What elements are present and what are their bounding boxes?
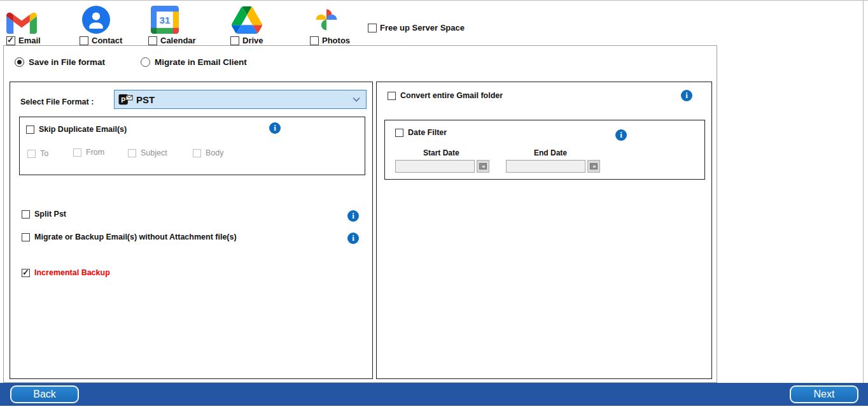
convert-entire-gmail-folder-checkbox[interactable] — [388, 92, 396, 100]
mode-save-in-file-format[interactable]: Save in File format — [15, 57, 105, 67]
incremental-backup-label: Incremental Backup — [34, 268, 110, 277]
duplicate-field-from-checkbox[interactable] — [73, 148, 81, 157]
start-date-calendar-button[interactable] — [477, 160, 489, 173]
nav-item-contact: Contact — [80, 3, 122, 45]
gmail-backup-wizard-window: Email Contact — [0, 0, 868, 409]
photos-checkbox[interactable] — [310, 36, 319, 45]
migrate-in-email-client-label: Migrate in Email Client — [155, 57, 247, 67]
footer-bar: Back Next — [0, 383, 868, 406]
options-frame: Save in File format Migrate in Email Cli… — [3, 45, 717, 383]
incremental-backup-checkbox[interactable] — [22, 269, 30, 277]
pst-file-icon: P — [118, 93, 133, 106]
contact-checkbox[interactable] — [80, 36, 88, 45]
free-up-server-space-label: Free up Server Space — [380, 23, 465, 32]
without-attachments-label: Migrate or Backup Email(s) without Attac… — [34, 233, 237, 241]
file-format-dropdown[interactable]: P PST — [114, 90, 367, 109]
calendar-picker-icon — [479, 163, 487, 169]
skip-duplicate-box: Skip Duplicate Email(s) To From Subject — [19, 117, 365, 175]
end-date-input[interactable] — [506, 160, 585, 173]
skip-duplicate-label: Skip Duplicate Email(s) — [39, 125, 127, 134]
start-date-label: Start Date — [423, 148, 459, 157]
google-photos-icon — [312, 6, 340, 34]
duplicate-field-to-checkbox[interactable] — [27, 150, 36, 158]
duplicate-field-to-row[interactable]: To — [27, 149, 48, 158]
drive-checkbox-label: Drive — [242, 36, 263, 45]
calendar-checkbox[interactable] — [148, 36, 157, 45]
without-attachments-checkbox[interactable] — [22, 233, 30, 241]
save-in-file-format-label: Save in File format — [29, 57, 105, 67]
contact-checkbox-row[interactable]: Contact — [80, 36, 122, 45]
google-drive-icon — [232, 6, 262, 34]
nav-item-calendar: 31 Calendar — [148, 3, 196, 45]
duplicate-field-subject-checkbox[interactable] — [128, 149, 136, 157]
gmail-folder-options-panel: Convert entire Gmail folder Date Filter … — [376, 82, 712, 379]
save-in-file-format-radio[interactable] — [15, 57, 24, 67]
pst-icon-letter: P — [121, 96, 125, 103]
duplicate-field-subject-label: Subject — [141, 148, 167, 157]
incremental-backup-row[interactable]: Incremental Backup — [22, 268, 110, 277]
selected-format-value: PST — [136, 94, 155, 105]
gmail-icon — [6, 11, 37, 34]
google-calendar-icon: 31 — [151, 6, 179, 34]
back-button[interactable]: Back — [10, 385, 79, 403]
date-filter-row[interactable]: Date Filter — [395, 128, 447, 137]
split-pst-label: Split Pst — [34, 210, 66, 219]
file-format-options-panel: Select File Format : P PST Skip Duplicat… — [10, 82, 373, 379]
email-checkbox-label: Email — [18, 36, 41, 45]
window-right-edge — [863, 1, 864, 383]
date-filter-box: Date Filter Start Date End Date — [384, 120, 705, 180]
calendar-checkbox-label: Calendar — [160, 36, 196, 45]
convert-entire-gmail-folder-info-icon[interactable] — [681, 90, 692, 101]
chevron-down-icon — [353, 97, 360, 102]
duplicate-field-body-row[interactable]: Body — [193, 148, 224, 157]
email-checkbox-row[interactable]: Email — [6, 36, 41, 45]
nav-item-photos: Photos — [310, 3, 350, 45]
split-pst-row[interactable]: Split Pst — [22, 210, 66, 219]
free-up-server-space-row[interactable]: Free up Server Space — [368, 23, 465, 32]
duplicate-field-body-label: Body — [206, 148, 224, 157]
duplicate-field-body-checkbox[interactable] — [193, 149, 201, 157]
start-date-input[interactable] — [395, 160, 475, 173]
convert-entire-gmail-folder-row[interactable]: Convert entire Gmail folder — [388, 91, 503, 100]
photos-checkbox-row[interactable]: Photos — [310, 36, 350, 45]
skip-duplicate-info-icon[interactable] — [269, 122, 281, 134]
free-up-server-space-checkbox[interactable] — [368, 24, 377, 32]
contact-checkbox-label: Contact — [92, 36, 122, 45]
select-file-format-label: Select File Format : — [20, 97, 94, 106]
migrate-in-email-client-radio[interactable] — [141, 57, 150, 67]
calendar-checkbox-row[interactable]: Calendar — [148, 36, 196, 45]
end-date-calendar-button[interactable] — [587, 160, 600, 173]
google-contacts-icon — [82, 6, 110, 34]
calendar-day-number: 31 — [160, 15, 171, 25]
end-date-label: End Date — [534, 148, 567, 157]
skip-duplicate-row[interactable]: Skip Duplicate Email(s) — [26, 125, 127, 134]
nav-item-drive: Drive — [230, 3, 263, 45]
without-attachments-info-icon[interactable] — [347, 233, 359, 244]
email-checkbox[interactable] — [6, 36, 15, 45]
date-filter-info-icon[interactable] — [615, 129, 627, 141]
date-filter-label: Date Filter — [408, 128, 447, 137]
duplicate-field-from-row[interactable]: From — [73, 148, 104, 157]
next-button[interactable]: Next — [790, 385, 858, 403]
split-pst-checkbox[interactable] — [22, 210, 30, 219]
mode-migrate-in-email-client[interactable]: Migrate in Email Client — [141, 57, 247, 67]
drive-checkbox-row[interactable]: Drive — [230, 36, 263, 45]
duplicate-field-to-label: To — [40, 149, 48, 158]
calendar-picker-icon — [590, 163, 598, 169]
without-attachments-row[interactable]: Migrate or Backup Email(s) without Attac… — [22, 233, 237, 241]
date-filter-checkbox[interactable] — [395, 129, 403, 137]
drive-checkbox[interactable] — [230, 36, 239, 45]
photos-checkbox-label: Photos — [322, 36, 350, 45]
convert-entire-gmail-folder-label: Convert entire Gmail folder — [400, 91, 503, 100]
duplicate-field-subject-row[interactable]: Subject — [128, 148, 167, 157]
split-pst-info-icon[interactable] — [347, 210, 359, 222]
skip-duplicate-checkbox[interactable] — [26, 126, 34, 134]
nav-item-email: Email — [6, 3, 41, 45]
duplicate-field-from-label: From — [86, 148, 104, 157]
